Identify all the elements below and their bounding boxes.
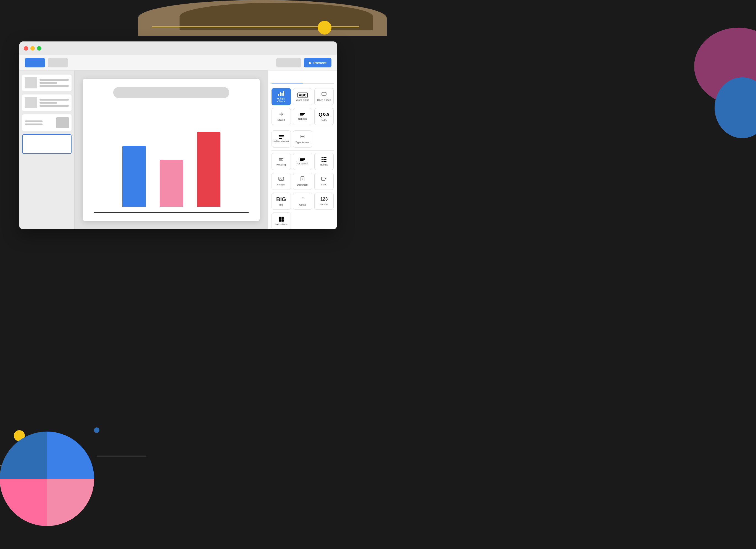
bg-mountain-dark bbox=[180, 3, 373, 30]
slide-thumb-3[interactable] bbox=[22, 114, 72, 131]
paragraph-label: Paragraph bbox=[297, 162, 308, 165]
slide-thumbnail-1 bbox=[25, 77, 37, 88]
bullets-label: Bullets bbox=[320, 163, 328, 166]
toolbar-placeholder bbox=[276, 58, 301, 67]
heading-button[interactable]: Heading bbox=[272, 153, 291, 170]
slide-thumb-4[interactable] bbox=[22, 134, 72, 154]
scales-icon bbox=[278, 112, 284, 117]
slide-line-short bbox=[39, 82, 57, 84]
qa-icon: Q&A bbox=[318, 112, 330, 117]
slide-blank-4 bbox=[24, 136, 69, 152]
bg-line-gold bbox=[152, 26, 359, 27]
slide-thumb-1[interactable] bbox=[22, 75, 72, 91]
word-cloud-icon: ABC bbox=[297, 92, 307, 97]
toolbar: ▶ Present bbox=[19, 55, 337, 70]
present-label: Present bbox=[313, 61, 326, 65]
tab-1[interactable] bbox=[272, 75, 303, 83]
toolbar-btn1[interactable] bbox=[25, 58, 45, 67]
bg-dot-yellow bbox=[14, 430, 25, 441]
svg-point-11 bbox=[280, 178, 281, 179]
svg-marker-17 bbox=[325, 178, 326, 180]
word-cloud-button[interactable]: ABC Word Cloud bbox=[293, 88, 312, 105]
present-button[interactable]: ▶ Present bbox=[304, 58, 331, 67]
bar-blue bbox=[122, 146, 146, 207]
type-answer-button[interactable]: Type Answer bbox=[293, 130, 312, 148]
slide-lines-3 bbox=[25, 120, 54, 125]
number-label: Number bbox=[320, 203, 328, 206]
number-icon: 123 bbox=[320, 197, 328, 201]
canvas-area[interactable] bbox=[75, 70, 268, 229]
slide-thumbnail-2 bbox=[25, 97, 37, 108]
instructions-label: Instructions bbox=[275, 223, 288, 226]
right-panel: Multiple Choice ABC Word Cloud bbox=[268, 70, 337, 229]
bar-red bbox=[197, 132, 220, 207]
document-button[interactable]: Document bbox=[293, 173, 312, 190]
instructions-icon bbox=[279, 217, 284, 222]
slide-panel bbox=[19, 70, 75, 229]
instructions-button[interactable]: Instructions bbox=[272, 212, 291, 229]
quote-label: Quote bbox=[299, 203, 306, 206]
big-button[interactable]: BIG Big bbox=[272, 193, 291, 210]
bg-circle-blue-right bbox=[715, 77, 756, 138]
bar-pink bbox=[160, 160, 183, 207]
bg-line-small bbox=[97, 456, 146, 456]
tab-2[interactable] bbox=[303, 75, 334, 83]
big-icon: BIG bbox=[276, 196, 286, 202]
svg-rect-0 bbox=[322, 92, 326, 95]
close-button[interactable] bbox=[24, 46, 28, 51]
section-divider-2 bbox=[272, 150, 334, 151]
ranking-icon bbox=[300, 113, 305, 116]
multiple-choice-label: Multiple Choice bbox=[273, 97, 289, 103]
present-icon: ▶ bbox=[309, 61, 312, 65]
bg-pie-chart bbox=[0, 426, 99, 532]
slide-lines-1 bbox=[39, 79, 69, 87]
scales-button[interactable]: Scales bbox=[272, 108, 291, 125]
slide-question-bar bbox=[113, 87, 229, 98]
document-label: Document bbox=[297, 183, 308, 186]
open-ended-icon bbox=[322, 92, 326, 97]
bg-circle-purple bbox=[694, 28, 756, 105]
slide-thumb-2[interactable] bbox=[22, 94, 72, 111]
bullets-button[interactable]: Bullets bbox=[314, 153, 334, 170]
number-button[interactable]: 123 Number bbox=[314, 193, 334, 210]
images-button[interactable]: Images bbox=[272, 173, 291, 190]
svg-point-5 bbox=[281, 114, 281, 115]
main-content: Multiple Choice ABC Word Cloud bbox=[19, 70, 337, 229]
minimize-button[interactable] bbox=[30, 46, 35, 51]
qa-label: Q&A bbox=[322, 119, 327, 121]
toolbar-btn2[interactable] bbox=[48, 58, 68, 67]
images-icon bbox=[278, 177, 284, 182]
multiple-choice-button[interactable]: Multiple Choice bbox=[272, 88, 291, 105]
bg-line-small2 bbox=[0, 465, 19, 466]
svg-rect-8 bbox=[279, 159, 282, 160]
type-grid-row1: Multiple Choice ABC Word Cloud bbox=[272, 88, 334, 105]
maximize-button[interactable] bbox=[37, 46, 41, 51]
images-label: Images bbox=[277, 183, 285, 186]
open-ended-label: Open Ended bbox=[317, 99, 331, 101]
paragraph-button[interactable]: Paragraph bbox=[293, 153, 312, 170]
heading-icon bbox=[278, 157, 284, 162]
slide-line bbox=[25, 120, 43, 122]
toolbar-left bbox=[25, 58, 68, 67]
bar-chart-icon bbox=[278, 91, 284, 96]
app-window: ▶ Present bbox=[19, 41, 337, 229]
type-grid-row6: BIG Big " Quote 123 Number bbox=[272, 193, 334, 210]
type-answer-label: Type Answer bbox=[296, 141, 310, 144]
big-label: Big bbox=[279, 203, 283, 206]
section-divider-1 bbox=[272, 128, 334, 128]
slide-thumbnail-3 bbox=[56, 117, 69, 128]
qa-button[interactable]: Q&A Q&A bbox=[314, 108, 334, 125]
quote-icon: " bbox=[302, 196, 304, 202]
quote-button[interactable]: " Quote bbox=[293, 193, 312, 210]
type-grid-row5: Images Document bbox=[272, 173, 334, 190]
bullets-icon bbox=[322, 157, 326, 162]
video-button[interactable]: Video bbox=[314, 173, 334, 190]
open-ended-button[interactable]: Open Ended bbox=[314, 88, 334, 105]
select-answer-icon bbox=[279, 135, 284, 139]
slide-canvas bbox=[83, 79, 260, 221]
select-answer-button[interactable]: Select Answer bbox=[272, 130, 291, 148]
slide-line bbox=[39, 79, 69, 81]
bg-mountain-gold bbox=[138, 0, 387, 36]
bg-dot-blue-small bbox=[94, 427, 99, 433]
ranking-button[interactable]: Ranking bbox=[293, 108, 312, 125]
